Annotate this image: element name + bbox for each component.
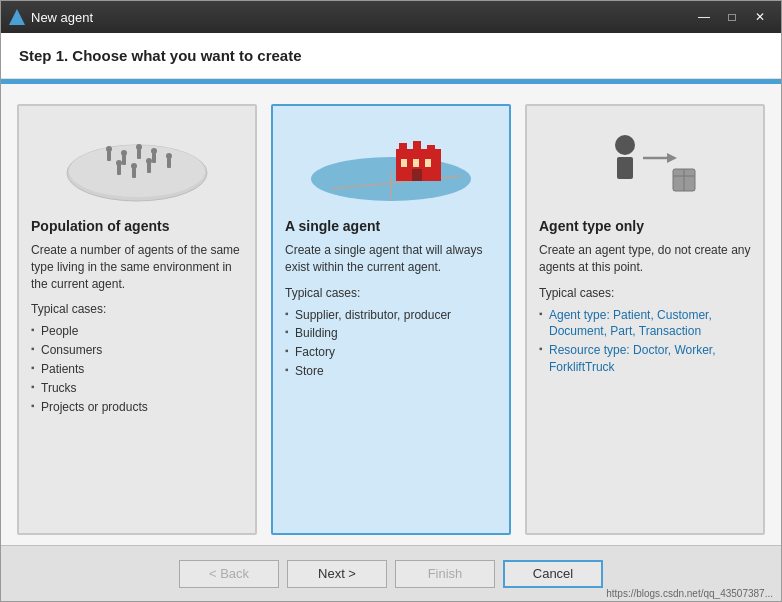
svg-rect-27 xyxy=(425,159,431,167)
list-item: Store xyxy=(285,362,497,381)
agent-type-card-desc: Create an agent type, do not create any … xyxy=(539,242,751,276)
single-agent-card-title: A single agent xyxy=(285,218,497,234)
svg-marker-32 xyxy=(667,153,677,163)
single-agent-image-svg xyxy=(301,121,481,206)
population-card-list: People Consumers Patients Trucks Project… xyxy=(31,322,243,416)
population-card-title: Population of agents xyxy=(31,218,243,234)
population-card[interactable]: Population of agents Create a number of … xyxy=(17,104,257,535)
agent-type-typical-label: Typical cases: xyxy=(539,286,751,300)
svg-rect-23 xyxy=(413,141,421,153)
back-button[interactable]: < Back xyxy=(179,560,279,588)
list-item: Patients xyxy=(31,360,243,379)
svg-rect-6 xyxy=(137,149,141,159)
footer: < Back Next > Finish Cancel https://blog… xyxy=(1,545,781,601)
window-title: New agent xyxy=(31,10,691,25)
agent-type-card-title: Agent type only xyxy=(539,218,751,234)
agent-type-image-svg xyxy=(585,123,705,203)
svg-point-13 xyxy=(116,160,122,166)
svg-point-5 xyxy=(121,150,127,156)
step-title: Step 1. Choose what you want to create xyxy=(19,47,763,64)
svg-point-11 xyxy=(166,153,172,159)
finish-button[interactable]: Finish xyxy=(395,560,495,588)
single-agent-card-list: Supplier, distributor, producer Building… xyxy=(285,306,497,381)
list-item: Agent type: Patient, Customer, Document,… xyxy=(539,306,751,342)
population-card-image xyxy=(31,118,243,208)
title-bar: New agent — □ ✕ xyxy=(1,1,781,33)
svg-rect-25 xyxy=(401,159,407,167)
svg-rect-8 xyxy=(152,153,156,163)
population-typical-label: Typical cases: xyxy=(31,302,243,316)
window-controls: — □ ✕ xyxy=(691,6,773,28)
agent-type-card[interactable]: Agent type only Create an agent type, do… xyxy=(525,104,765,535)
svg-point-29 xyxy=(615,135,635,155)
maximize-button[interactable]: □ xyxy=(719,6,745,28)
list-item: Building xyxy=(285,324,497,343)
population-image-svg xyxy=(57,123,217,203)
agent-type-card-list: Agent type: Patient, Customer, Document,… xyxy=(539,306,751,377)
agent-type-card-image xyxy=(539,118,751,208)
svg-rect-22 xyxy=(399,143,407,153)
url-hint: https://blogs.csdn.net/qq_43507387... xyxy=(606,588,773,599)
single-typical-label: Typical cases: xyxy=(285,286,497,300)
svg-point-7 xyxy=(136,144,142,150)
svg-rect-2 xyxy=(107,151,111,161)
list-item: People xyxy=(31,322,243,341)
content-area: Step 1. Choose what you want to create xyxy=(1,33,781,601)
main-window: New agent — □ ✕ Step 1. Choose what you … xyxy=(0,0,782,602)
list-item: Supplier, distributor, producer xyxy=(285,306,497,325)
svg-rect-12 xyxy=(117,165,121,175)
list-item: Trucks xyxy=(31,379,243,398)
next-button[interactable]: Next > xyxy=(287,560,387,588)
list-item: Projects or products xyxy=(31,398,243,417)
svg-rect-4 xyxy=(122,155,126,165)
svg-point-9 xyxy=(151,148,157,154)
svg-rect-30 xyxy=(617,157,633,179)
svg-rect-14 xyxy=(147,163,151,173)
single-agent-card-desc: Create a single agent that will always e… xyxy=(285,242,497,276)
minimize-button[interactable]: — xyxy=(691,6,717,28)
svg-point-17 xyxy=(131,163,137,169)
population-card-desc: Create a number of agents of the same ty… xyxy=(31,242,243,292)
step-header: Step 1. Choose what you want to create xyxy=(1,33,781,79)
svg-point-15 xyxy=(146,158,152,164)
cancel-button[interactable]: Cancel xyxy=(503,560,603,588)
svg-rect-10 xyxy=(167,158,171,168)
single-agent-card[interactable]: A single agent Create a single agent tha… xyxy=(271,104,511,535)
svg-rect-28 xyxy=(412,169,422,181)
svg-rect-24 xyxy=(427,145,435,153)
app-icon xyxy=(9,9,25,25)
list-item: Factory xyxy=(285,343,497,362)
list-item: Consumers xyxy=(31,341,243,360)
single-agent-card-image xyxy=(285,118,497,208)
svg-point-3 xyxy=(106,146,112,152)
close-button[interactable]: ✕ xyxy=(747,6,773,28)
list-item: Resource type: Doctor, Worker, ForkliftT… xyxy=(539,341,751,377)
svg-rect-16 xyxy=(132,168,136,178)
svg-rect-26 xyxy=(413,159,419,167)
cards-area: Population of agents Create a number of … xyxy=(1,84,781,545)
